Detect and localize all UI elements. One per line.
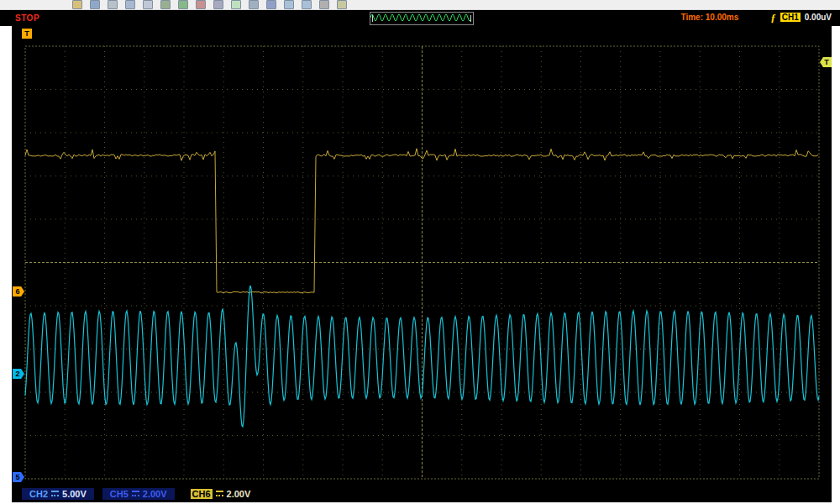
print-icon[interactable] — [108, 0, 118, 9]
trigger-source-badge: CH1 — [780, 13, 801, 22]
ch6-scale-value: 2.00V — [227, 489, 251, 499]
ch2-scale-value: 5.00V — [62, 489, 87, 499]
export-image-icon[interactable] — [125, 0, 135, 9]
statusbar-right-group: Time: 10.00ms ƒ CH1 0.00uV — [680, 13, 832, 22]
status-bar: STOP Time: 10.00ms ƒ CH1 0.00uV — [0, 10, 840, 26]
timebase-readout: Time: 10.00ms — [680, 13, 738, 22]
auto-set-icon[interactable] — [178, 0, 188, 9]
ch6-readout[interactable]: CH6 2.00V — [183, 488, 259, 500]
toolbar — [0, 0, 840, 10]
cursor-icon[interactable] — [249, 0, 259, 9]
ch5-readout[interactable]: CH5 2.00V — [102, 488, 175, 500]
channel-status-bar: CH2 5.00V CH5 2.00V CH6 2.00V — [12, 485, 832, 502]
ch6-label: CH6 — [191, 489, 213, 499]
run-stop-icon[interactable] — [196, 0, 206, 9]
measure-icon[interactable] — [266, 0, 276, 9]
display-settings-icon[interactable] — [319, 0, 329, 9]
open-file-icon[interactable] — [72, 0, 82, 9]
zoom-in-icon[interactable] — [284, 0, 294, 9]
zoom-out-icon[interactable] — [302, 0, 312, 9]
trigger-icon: ƒ — [770, 13, 776, 22]
save-file-icon[interactable] — [90, 0, 100, 9]
undo-icon[interactable] — [160, 0, 171, 9]
single-trigger-icon[interactable] — [213, 0, 223, 9]
ch5-scale-value: 2.00V — [143, 489, 167, 499]
dc-coupling-icon — [51, 491, 59, 496]
ch2-label: CH2 — [29, 489, 48, 499]
dc-coupling-icon — [216, 491, 223, 496]
preview-waveform-icon — [370, 13, 471, 23]
acquisition-status: STOP — [15, 13, 39, 23]
dc-coupling-icon — [132, 491, 139, 496]
scope-display — [12, 26, 832, 502]
ch5-label: CH5 — [110, 489, 129, 499]
trigger-position-preview[interactable] — [370, 12, 474, 25]
trigger-level-readout: 0.00uV — [805, 13, 832, 22]
waveform-mode-icon[interactable] — [231, 0, 241, 9]
ch2-readout[interactable]: CH2 5.00V — [22, 488, 94, 500]
help-icon[interactable] — [337, 0, 347, 9]
trigger-readout: ƒ CH1 0.00uV — [770, 13, 832, 22]
copy-icon[interactable] — [143, 0, 153, 9]
trigger-time-marker[interactable]: T — [22, 29, 32, 39]
